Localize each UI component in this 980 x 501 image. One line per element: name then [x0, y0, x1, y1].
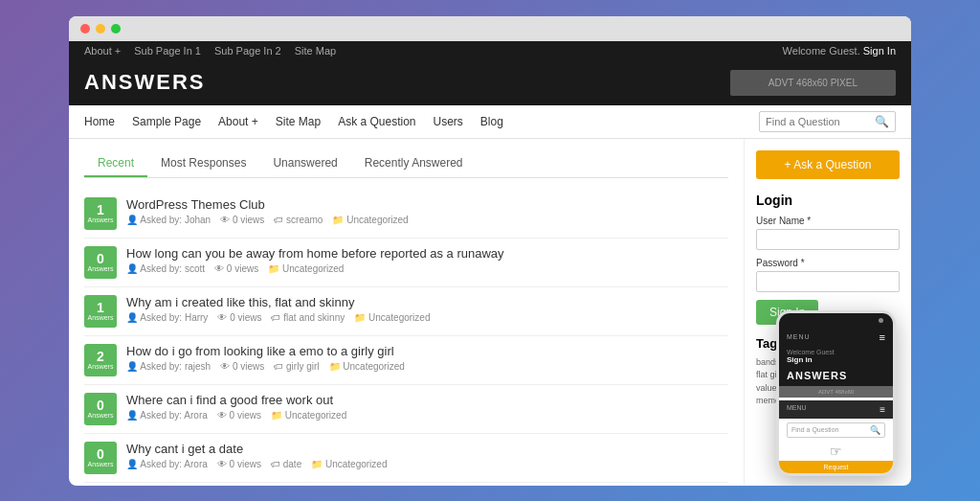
top-bar: About + Sub Page In 1 Sub Page In 2 Site… [69, 41, 911, 60]
question-item: 1 Answers WordPress Themes Club 👤 Asked … [84, 190, 728, 239]
password-field: Password * [756, 258, 900, 292]
mobile-menu2-label: MENU [787, 404, 807, 415]
question-title[interactable]: Why am i created like this, flat and ski… [126, 295, 728, 309]
nav-blog[interactable]: Blog [480, 105, 503, 138]
ad-banner: ADVT 468x60 PIXEL [730, 70, 896, 96]
topbar-link-sitemap[interactable]: Site Map [295, 45, 336, 57]
mobile-hamburger2-icon: ≡ [880, 404, 885, 415]
mobile-ad-text: ADVT 468x60 [787, 389, 885, 395]
question-list: 1 Answers WordPress Themes Club 👤 Asked … [84, 190, 728, 483]
question-item: 0 Answers How long can you be away from … [84, 239, 728, 287]
question-meta: 👤 Asked by: Johan 👁 0 views 🏷 screamo 📁 … [126, 215, 728, 225]
mobile-search-box: Find a Question 🔍 [787, 422, 885, 438]
mobile-ask-text: Request [787, 464, 885, 470]
minimize-dot[interactable] [96, 24, 105, 34]
question-title[interactable]: How long can you be away from home befor… [126, 246, 728, 261]
topbar-link-subpage1[interactable]: Sub Page In 1 [134, 45, 201, 57]
nav-ask[interactable]: Ask a Question [338, 105, 415, 138]
topbar-link-subpage2[interactable]: Sub Page In 2 [214, 45, 281, 57]
question-info: Why cant i get a date 👤 Asked by: Arora … [126, 442, 728, 469]
login-section: Login User Name * Password * Sign In [756, 193, 900, 325]
main-nav: Home Sample Page About + Site Map Ask a … [69, 105, 911, 139]
search-box: 🔍 [759, 111, 896, 132]
question-info: Why am i created like this, flat and ski… [126, 295, 728, 323]
mobile-ad: ADVT 468x60 [779, 386, 893, 398]
answer-badge: 0 Answers [84, 393, 117, 425]
search-input[interactable] [766, 116, 871, 127]
question-meta: 👤 Asked by: Harry 👁 0 views 🏷 flat and s… [126, 312, 728, 323]
mobile-logo: ANSWERS [787, 370, 885, 381]
answer-badge: 1 Answers [84, 197, 117, 230]
top-bar-welcome: Welcome Guest. Sign In [783, 45, 896, 57]
top-bar-links: About + Sub Page In 1 Sub Page In 2 Site… [84, 45, 336, 57]
question-item: 2 Answers How do i go from looking like … [84, 336, 728, 385]
site-logo: ANSWERS [84, 70, 205, 95]
ask-question-button[interactable]: + Ask a Question [756, 150, 900, 179]
mobile-signin-text: Sign in [787, 355, 885, 364]
question-meta: 👤 Asked by: Arora 👁 0 views 📁 Uncategori… [126, 410, 728, 421]
mobile-status-dot [879, 318, 883, 323]
question-info: How do i go from looking like a emo to a… [126, 344, 728, 372]
answer-badge: 1 Answers [84, 295, 117, 328]
nav-sample-page[interactable]: Sample Page [132, 105, 201, 138]
question-title[interactable]: Why cant i get a date [126, 442, 728, 456]
question-info: How long can you be away from home befor… [126, 246, 728, 274]
password-label: Password * [756, 258, 900, 268]
nav-users[interactable]: Users [434, 105, 463, 138]
question-title[interactable]: WordPress Themes Club [126, 197, 728, 212]
maximize-dot[interactable] [111, 24, 121, 34]
mobile-mockup: MENU ≡ Welcome Guest Sign in ANSWERS ADV… [776, 310, 896, 476]
mobile-menu2: MENU ≡ [779, 400, 893, 419]
nav-sitemap[interactable]: Site Map [276, 105, 321, 138]
question-info: WordPress Themes Club 👤 Asked by: Johan … [126, 197, 728, 225]
question-info: Where can i find a good free work out 👤 … [126, 393, 728, 421]
username-field: User Name * [756, 216, 900, 250]
topbar-link-about[interactable]: About + [84, 45, 121, 57]
mobile-hamburger-icon: ≡ [880, 331, 885, 343]
question-item: 0 Answers Where can i find a good free w… [84, 385, 728, 434]
nav-about[interactable]: About + [218, 105, 258, 138]
tab-recently-answered[interactable]: Recently Answered [351, 150, 477, 177]
answer-badge: 2 Answers [84, 344, 117, 376]
question-item: 0 Answers Why cant i get a date 👤 Asked … [84, 434, 728, 483]
mobile-search-icon: 🔍 [870, 425, 880, 435]
answer-badge: 0 Answers [84, 246, 117, 279]
close-dot[interactable] [80, 24, 90, 34]
question-title[interactable]: How do i go from looking like a emo to a… [126, 344, 728, 358]
nav-links: Home Sample Page About + Site Map Ask a … [84, 105, 503, 138]
mobile-ask-bar: Request [779, 461, 893, 473]
mobile-status-bar [779, 313, 893, 328]
nav-home[interactable]: Home [84, 105, 115, 138]
tabs: Recent Most Responses Unanswered Recentl… [84, 150, 728, 178]
mobile-logo-bar: ANSWERS [779, 366, 893, 386]
answer-badge: 0 Answers [84, 442, 117, 474]
mobile-welcome-bar: Welcome Guest Sign in [779, 347, 893, 366]
topbar-signin-link[interactable]: Sign In [863, 45, 896, 57]
tab-unanswered[interactable]: Unanswered [259, 150, 350, 177]
browser-chrome [69, 16, 911, 41]
password-input[interactable] [756, 271, 900, 292]
mobile-menu-bar: MENU ≡ [779, 328, 893, 347]
mobile-menu-label: MENU [787, 333, 811, 340]
question-meta: 👤 Asked by: scott 👁 0 views 📁 Uncategori… [126, 263, 728, 274]
search-icon[interactable]: 🔍 [875, 115, 889, 128]
question-meta: 👤 Asked by: rajesh 👁 0 views 🏷 girly gir… [126, 361, 728, 372]
tab-recent[interactable]: Recent [84, 150, 147, 177]
question-meta: 👤 Asked by: Arora 👁 0 views 🏷 date 📁 Unc… [126, 459, 728, 469]
mobile-welcome-text: Welcome Guest [787, 349, 885, 355]
login-title: Login [756, 193, 900, 208]
mobile-search-placeholder: Find a Question [791, 426, 870, 433]
username-label: User Name * [756, 216, 900, 226]
question-title[interactable]: Where can i find a good free work out [126, 393, 728, 407]
tab-most-responses[interactable]: Most Responses [147, 150, 259, 177]
mobile-cursor-icon: ☞ [779, 442, 893, 461]
main-content: Recent Most Responses Unanswered Recentl… [69, 139, 744, 486]
username-input[interactable] [756, 229, 900, 250]
site-header: ANSWERS ADVT 468x60 PIXEL [69, 60, 911, 105]
question-item: 1 Answers Why am i created like this, fl… [84, 287, 728, 336]
